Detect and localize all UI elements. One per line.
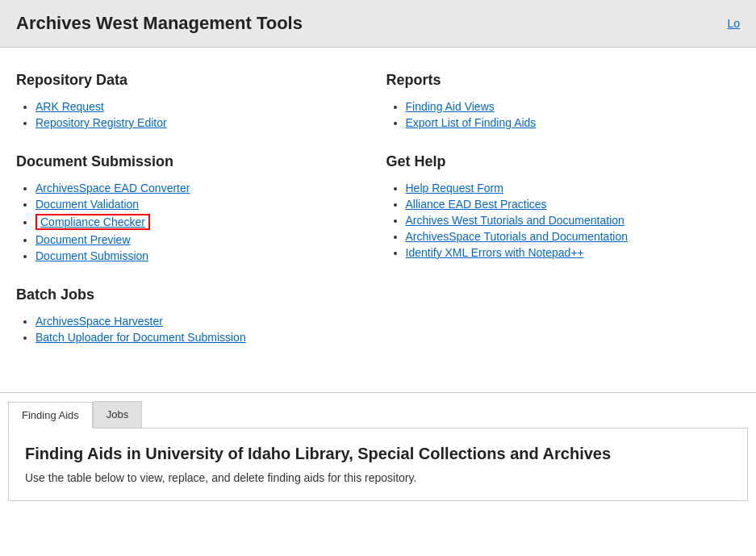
document-validation-link[interactable]: Document Validation: [36, 198, 139, 211]
batch-jobs-heading: Batch Jobs: [16, 286, 362, 303]
finding-aids-title: Finding Aids in University of Idaho Libr…: [25, 445, 731, 463]
batch-jobs-section: Batch Jobs ArchivesSpace Harvester Batch…: [16, 286, 362, 344]
ark-request-link[interactable]: ARK Request: [36, 100, 104, 113]
list-item: Document Validation: [36, 198, 362, 211]
list-item: Finding Aid Views: [406, 100, 741, 113]
left-column: Repository Data ARK Request Repository R…: [16, 72, 378, 368]
login-link[interactable]: Lo: [727, 17, 740, 30]
main-content: Repository Data ARK Request Repository R…: [0, 48, 756, 384]
tabs-section: Finding Aids Jobs Finding Aids in Univer…: [0, 392, 756, 501]
reports-heading: Reports: [386, 72, 741, 89]
reports-list: Finding Aid Views Export List of Finding…: [386, 100, 741, 129]
batch-jobs-list: ArchivesSpace Harvester Batch Uploader f…: [16, 315, 362, 344]
document-submission-section: Document Submission ArchivesSpace EAD Co…: [16, 153, 362, 262]
batch-uploader-link[interactable]: Batch Uploader for Document Submission: [36, 331, 246, 344]
list-item: ArchivesSpace Tutorials and Documentatio…: [406, 230, 741, 243]
list-item: Document Preview: [36, 233, 362, 246]
compliance-checker-link[interactable]: Compliance Checker: [40, 215, 145, 228]
right-column: Reports Finding Aid Views Export List of…: [378, 72, 741, 368]
list-item: Export List of Finding Aids: [406, 116, 741, 129]
tab-content-finding-aids: Finding Aids in University of Idaho Libr…: [8, 428, 748, 501]
app-header: Archives West Management Tools Lo: [0, 0, 756, 48]
tabs-bar: Finding Aids Jobs: [0, 401, 756, 428]
archivesspace-ead-converter-link[interactable]: ArchivesSpace EAD Converter: [36, 182, 190, 194]
alliance-ead-link[interactable]: Alliance EAD Best Practices: [406, 198, 547, 211]
document-submission-link[interactable]: Document Submission: [36, 249, 148, 262]
list-item: Help Request Form: [406, 182, 741, 194]
help-request-form-link[interactable]: Help Request Form: [406, 182, 503, 194]
get-help-section: Get Help Help Request Form Alliance EAD …: [386, 153, 741, 259]
list-item: Identify XML Errors with Notepad++: [406, 246, 741, 259]
finding-aids-description: Use the table below to view, replace, an…: [25, 471, 731, 484]
export-list-link[interactable]: Export List of Finding Aids: [406, 116, 537, 129]
archivesspace-harvester-link[interactable]: ArchivesSpace Harvester: [36, 315, 163, 328]
list-item: ARK Request: [36, 100, 362, 113]
identify-xml-errors-link[interactable]: Identify XML Errors with Notepad++: [406, 246, 584, 259]
list-item: Alliance EAD Best Practices: [406, 198, 741, 211]
finding-aid-views-link[interactable]: Finding Aid Views: [406, 100, 495, 113]
app-title: Archives West Management Tools: [16, 13, 303, 34]
repository-data-section: Repository Data ARK Request Repository R…: [16, 72, 362, 129]
list-item: Batch Uploader for Document Submission: [36, 331, 362, 344]
document-submission-heading: Document Submission: [16, 153, 362, 170]
archives-west-tutorials-link[interactable]: Archives West Tutorials and Documentatio…: [406, 214, 624, 227]
document-submission-list: ArchivesSpace EAD Converter Document Val…: [16, 182, 362, 262]
list-item: Compliance Checker: [36, 214, 362, 230]
list-item: ArchivesSpace EAD Converter: [36, 182, 362, 194]
list-item: Repository Registry Editor: [36, 116, 362, 129]
archivesspace-tutorials-link[interactable]: ArchivesSpace Tutorials and Documentatio…: [406, 230, 628, 243]
get-help-list: Help Request Form Alliance EAD Best Prac…: [386, 182, 741, 259]
list-item: Document Submission: [36, 249, 362, 262]
repository-data-heading: Repository Data: [16, 72, 362, 89]
repository-registry-editor-link[interactable]: Repository Registry Editor: [36, 116, 167, 129]
list-item: ArchivesSpace Harvester: [36, 315, 362, 328]
get-help-heading: Get Help: [386, 153, 741, 170]
tab-finding-aids[interactable]: Finding Aids: [8, 402, 93, 428]
reports-section: Reports Finding Aid Views Export List of…: [386, 72, 741, 129]
document-preview-link[interactable]: Document Preview: [36, 233, 131, 246]
repository-data-list: ARK Request Repository Registry Editor: [16, 100, 362, 129]
list-item: Archives West Tutorials and Documentatio…: [406, 214, 741, 227]
tab-jobs[interactable]: Jobs: [93, 401, 142, 428]
